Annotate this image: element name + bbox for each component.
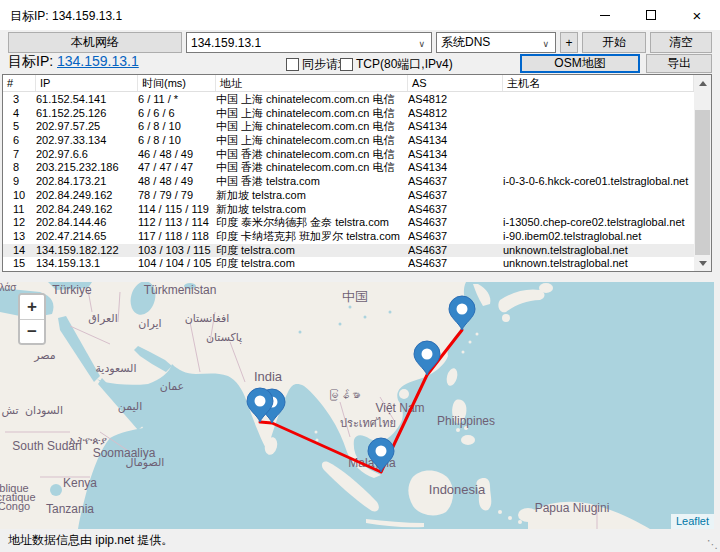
- column-header-addr[interactable]: 地址: [216, 75, 408, 91]
- cell-addr: 中国 香港 chinatelecom.com.cn 电信: [216, 161, 408, 175]
- resize-grip[interactable]: ⋱: [707, 538, 718, 551]
- column-header-host[interactable]: 主机名: [503, 75, 694, 91]
- cell-addr: 印度 telstra.com: [216, 244, 408, 258]
- map-label: تش: [1, 404, 18, 417]
- zoom-in-button[interactable]: +: [20, 295, 44, 319]
- cell-host: i-90.ibem02.telstraglobal.net: [503, 230, 694, 244]
- zoom-out-button[interactable]: −: [20, 319, 44, 343]
- map-label: عمان: [160, 380, 184, 392]
- cell-addr: 印度 telstra.com: [216, 257, 408, 271]
- map-canvas[interactable]: λάσTürkiyeTürkmenistan中国العراقايرانافغان…: [0, 282, 714, 529]
- cell-as: AS4134: [408, 134, 503, 148]
- route-map[interactable]: λάσTürkiyeTürkmenistan中国العراقايرانافغان…: [0, 282, 714, 529]
- cell-ip: 134.159.13.1: [36, 257, 138, 271]
- tcp-port-label: TCP(80端口,IPv4): [356, 56, 453, 73]
- cell-as: AS4637: [408, 175, 503, 189]
- cell-time: 6 / 8 / 10: [138, 120, 216, 134]
- checkbox-box[interactable]: [340, 58, 353, 71]
- table-row[interactable]: 8203.215.232.18647 / 47 / 47中国 香港 chinat…: [3, 161, 694, 175]
- column-header-as[interactable]: AS: [408, 75, 503, 91]
- start-button[interactable]: 开始: [582, 32, 646, 53]
- table-row[interactable]: 13202.47.214.65117 / 118 / 118印度 卡纳塔克邦 班…: [3, 230, 694, 244]
- table-row[interactable]: 15134.159.13.1104 / 104 / 105印度 telstra.…: [3, 257, 694, 271]
- close-button[interactable]: ×: [674, 0, 720, 30]
- checkbox-box[interactable]: [286, 58, 299, 71]
- cell-as: AS4637: [408, 257, 503, 271]
- table-row[interactable]: 11202.84.249.162114 / 115 / 119新加坡 telst…: [3, 203, 694, 217]
- column-header-ip[interactable]: IP: [36, 75, 138, 91]
- cell-time: 6 / 8 / 10: [138, 134, 216, 148]
- column-header-num[interactable]: #: [3, 75, 36, 91]
- table-row[interactable]: 14134.159.182.122103 / 103 / 115印度 telst…: [3, 244, 694, 258]
- cell-time: 47 / 47 / 47: [138, 161, 216, 175]
- dns-select[interactable]: 系统DNS ∨: [436, 32, 556, 53]
- cell-ip: 202.97.6.6: [36, 148, 138, 162]
- table-row[interactable]: 7202.97.6.646 / 48 / 49中国 香港 chinateleco…: [3, 148, 694, 162]
- cell-host: [503, 161, 694, 175]
- close-icon: ×: [693, 8, 702, 23]
- cell-as: AS4637: [408, 216, 503, 230]
- table-row[interactable]: 9202.84.173.2148 / 48 / 49中国 香港 telstra.…: [3, 175, 694, 189]
- statusbar: 地址数据信息由 ipip.net 提供。: [0, 529, 720, 552]
- target-ip-combobox[interactable]: 134.159.13.1 ∨: [186, 32, 432, 53]
- add-button[interactable]: +: [560, 32, 578, 53]
- cell-num: 13: [3, 230, 36, 244]
- statusbar-text: 地址数据信息由 ipip.net 提供。: [8, 532, 173, 549]
- cell-num: 12: [3, 216, 36, 230]
- cell-ip: 203.215.232.186: [36, 161, 138, 175]
- clear-button[interactable]: 清空: [650, 32, 712, 53]
- target-ip-link[interactable]: 134.159.13.1: [57, 53, 139, 69]
- cell-addr: 新加坡 telstra.com: [216, 203, 408, 217]
- scroll-down-button[interactable]: [694, 255, 711, 271]
- map-label: ايران: [138, 317, 161, 330]
- minimize-button[interactable]: [582, 0, 628, 30]
- table-row[interactable]: 5202.97.57.256 / 8 / 10中国 上海 chinateleco…: [3, 120, 694, 134]
- map-label: Kenya: [63, 476, 97, 490]
- cell-ip: 202.84.173.21: [36, 175, 138, 189]
- table-row[interactable]: 6202.97.33.1346 / 8 / 10中国 上海 chinatelec…: [3, 134, 694, 148]
- map-label: العراق: [88, 312, 117, 325]
- cell-time: 112 / 113 / 114: [138, 216, 216, 230]
- cell-num: 14: [3, 244, 36, 258]
- vertical-scrollbar[interactable]: [694, 75, 711, 271]
- map-label: Indonesia: [429, 482, 486, 497]
- hop-table-header: # IP 时间(ms) 地址 AS 主机名: [3, 75, 711, 92]
- scrollbar-thumb[interactable]: [695, 110, 710, 255]
- osm-map-button[interactable]: OSM地图: [520, 54, 640, 73]
- table-row[interactable]: 12202.84.144.46112 / 113 / 114印度 泰米尔纳德邦 …: [3, 216, 694, 230]
- map-label: السعودية: [95, 362, 136, 375]
- cell-addr: 印度 泰米尔纳德邦 金奈 telstra.com: [216, 216, 408, 230]
- window-title: 目标IP: 134.159.13.1: [10, 8, 122, 25]
- cell-host: unknown.telstraglobal.net: [503, 244, 694, 258]
- tcp-port-checkbox[interactable]: TCP(80端口,IPv4): [340, 56, 453, 73]
- chevron-down-icon[interactable]: ∨: [542, 39, 549, 49]
- table-row[interactable]: 461.152.25.1266 / 6 / 6中国 上海 chinateleco…: [3, 107, 694, 121]
- map-zoom-control: + −: [18, 293, 46, 345]
- chevron-down-icon[interactable]: ∨: [418, 39, 425, 49]
- hop-table: # IP 时间(ms) 地址 AS 主机名 361.152.54.1416 / …: [2, 74, 712, 272]
- cell-num: 4: [3, 107, 36, 121]
- cell-time: 48 / 48 / 49: [138, 175, 216, 189]
- target-ip-value: 134.159.13.1: [191, 36, 261, 50]
- map-label: مصر: [33, 349, 56, 362]
- cell-ip: 61.152.54.141: [36, 93, 138, 107]
- cell-host: [503, 203, 694, 217]
- maximize-button[interactable]: [628, 0, 674, 30]
- table-row[interactable]: 10202.84.249.16278 / 79 / 79新加坡 telstra.…: [3, 189, 694, 203]
- map-label: Türkiye: [52, 283, 92, 297]
- leaflet-link[interactable]: Leaflet: [676, 515, 709, 527]
- cell-host: i-13050.chep-core02.telstraglobal.net: [503, 216, 694, 230]
- cell-as: AS4134: [408, 148, 503, 162]
- cell-time: 6 / 6 / 6: [138, 107, 216, 121]
- export-button[interactable]: 导出: [646, 54, 712, 73]
- local-network-button[interactable]: 本机网络: [8, 32, 182, 53]
- cell-addr: 中国 香港 chinatelecom.com.cn 电信: [216, 148, 408, 162]
- cell-num: 5: [3, 120, 36, 134]
- cell-ip: 202.84.144.46: [36, 216, 138, 230]
- table-row[interactable]: 361.152.54.1416 / 11 / *中国 上海 chinatelec…: [3, 93, 694, 107]
- cell-host: [503, 93, 694, 107]
- column-header-time[interactable]: 时间(ms): [138, 75, 216, 91]
- scroll-up-button[interactable]: [694, 75, 711, 91]
- cell-as: AS4637: [408, 244, 503, 258]
- cell-host: [503, 189, 694, 203]
